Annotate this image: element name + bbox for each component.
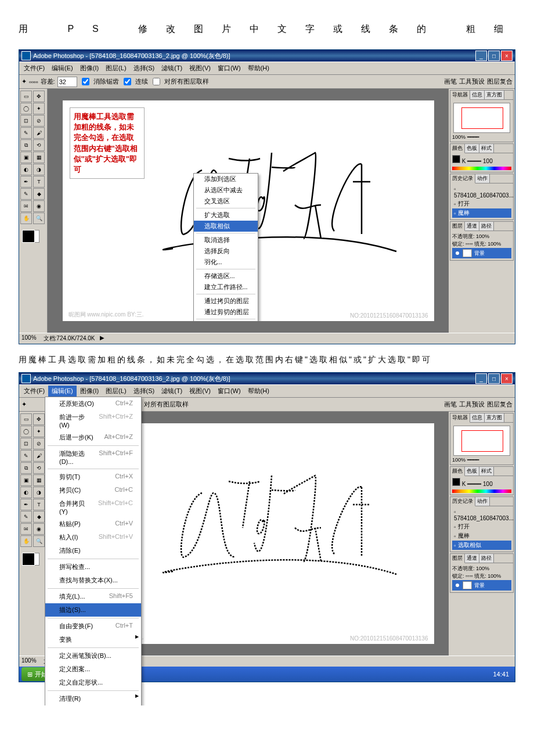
ctx-通过拷贝的图层[interactable]: 通过拷贝的图层 [194, 296, 258, 307]
zoom-level[interactable]: 100% [21, 334, 37, 343]
tab-色板[interactable]: 色板 [465, 467, 479, 476]
edit-menu-自由变换(F)[interactable]: 自由变换(F)Ctrl+T [45, 620, 141, 633]
menu-选择S[interactable]: 选择(S) [130, 386, 158, 397]
history-brush-tool[interactable]: ⟲ [33, 139, 45, 151]
tab-动作[interactable]: 动作 [475, 174, 490, 183]
maximize-button[interactable]: □ [488, 51, 500, 61]
tab-颜色[interactable]: 颜色 [450, 144, 465, 153]
tolerance-input[interactable] [57, 77, 77, 87]
maximize-button[interactable]: □ [488, 373, 500, 384]
menu-图层L[interactable]: 图层(L) [102, 63, 129, 74]
zoom-tool[interactable]: 🔍 [33, 213, 45, 224]
edit-menu-渐隐矩选(D)...[interactable]: 渐隐矩选(D)...Shift+Ctrl+F [45, 447, 141, 467]
menu-图像I[interactable]: 图像(I) [77, 63, 102, 74]
edit-menu-还原矩选(O)[interactable]: 还原矩选(O)Ctrl+Z [45, 397, 141, 411]
lasso-tool[interactable]: ◯ [20, 103, 32, 114]
stamp-tool[interactable]: ⧉ [20, 139, 32, 151]
options-right-2[interactable]: 工具预设 [459, 400, 485, 409]
tab-信息[interactable]: 信息 [470, 413, 485, 422]
ctx-添加到选区[interactable]: 添加到选区 [194, 174, 258, 185]
move-tool[interactable]: ✥ [33, 91, 45, 102]
tab-动作[interactable]: 动作 [475, 497, 490, 506]
ctx-选取相似[interactable]: 选取相似 [194, 221, 258, 232]
wand-tool[interactable]: ✦ [33, 426, 45, 437]
lasso-tool[interactable]: ◯ [20, 426, 32, 437]
canvas[interactable]: 用魔棒工具选取需加粗的线条，如未完全勾选，在选取范围内右键"选取相似"或"扩大选… [63, 100, 434, 321]
zoom-tool[interactable]: 🔍 [33, 535, 45, 547]
tab-色板[interactable]: 色板 [465, 144, 479, 153]
contiguous-checkbox[interactable] [124, 78, 131, 85]
menu-滤镜T[interactable]: 滤镜(T) [158, 386, 186, 397]
gradient-tool[interactable]: ▦ [33, 474, 45, 486]
menu-编辑E[interactable]: 编辑(E) [48, 386, 77, 397]
color-swatch[interactable] [20, 228, 41, 244]
rect-marquee-tool[interactable]: ▭ [20, 413, 32, 425]
edit-menu-剪切(T)[interactable]: 剪切(T)Ctrl+X [45, 470, 141, 484]
menu-图层L[interactable]: 图层(L) [102, 386, 129, 397]
path-tool[interactable]: ✒ [20, 499, 32, 510]
tab-历史记录[interactable]: 历史记录 [450, 174, 475, 183]
ctx-羽化...[interactable]: 羽化... [194, 257, 258, 268]
options-right-3[interactable]: 图层复合 [487, 77, 513, 86]
pen-tool[interactable]: ✎ [20, 188, 32, 200]
notes-tool[interactable]: ✉ [20, 523, 32, 535]
menu-编辑E[interactable]: 编辑(E) [48, 63, 77, 74]
type-tool[interactable]: T [33, 176, 45, 188]
zoom-level[interactable]: 100% [21, 657, 37, 665]
heal-tool[interactable]: ✎ [20, 450, 32, 462]
history-魔棒[interactable]: ▫魔棒 [452, 531, 511, 541]
tab-直方图[interactable]: 直方图 [485, 413, 504, 422]
menu-窗口W[interactable]: 窗口(W) [214, 63, 244, 74]
edit-menu-粘贴(P)[interactable]: 粘贴(P)Ctrl+V [45, 517, 141, 531]
shape-tool[interactable]: ◆ [33, 188, 45, 200]
hand-tool[interactable]: ✋ [20, 535, 32, 547]
edit-menu-清除(E)[interactable]: 清除(E) [45, 544, 141, 557]
ctx-从选区中减去[interactable]: 从选区中减去 [194, 185, 258, 196]
eyedropper-tool[interactable]: ◉ [33, 523, 45, 535]
notes-tool[interactable]: ✉ [20, 200, 32, 212]
ctx-交叉选区[interactable]: 交叉选区 [194, 196, 258, 207]
close-button[interactable]: × [501, 373, 513, 384]
ctx-取消选择[interactable]: 取消选择 [194, 235, 258, 246]
menu-视图V[interactable]: 视图(V) [186, 63, 214, 74]
type-tool[interactable]: T [33, 499, 45, 510]
crop-tool[interactable]: ⊡ [20, 115, 32, 127]
brush-tool[interactable]: 🖌 [33, 127, 45, 139]
rect-marquee-tool[interactable]: ▭ [20, 91, 32, 102]
all-layers-checkbox[interactable] [153, 78, 160, 85]
heal-tool[interactable]: ✎ [20, 127, 32, 139]
slice-tool[interactable]: ⊘ [33, 115, 45, 127]
history-打开[interactable]: ▫打开 [452, 199, 511, 208]
tab-通道[interactable]: 通道 [465, 554, 479, 563]
menu-滤镜T[interactable]: 滤镜(T) [158, 63, 186, 74]
ctx-建立工作路径...[interactable]: 建立工作路径... [194, 282, 258, 293]
wand-tool[interactable]: ✦ [33, 103, 45, 114]
menu-视图V[interactable]: 视图(V) [186, 386, 214, 397]
tab-通道[interactable]: 通道 [465, 222, 479, 231]
tab-历史记录[interactable]: 历史记录 [450, 497, 475, 506]
options-right-1[interactable]: 画笔 [444, 77, 457, 86]
edit-menu-定义画笔预设(B)...[interactable]: 定义画笔预设(B)... [45, 649, 141, 663]
history-brush-tool[interactable]: ⟲ [33, 462, 45, 474]
hand-tool[interactable]: ✋ [20, 213, 32, 224]
layer-background[interactable]: 背景 [452, 580, 511, 591]
tab-颜色[interactable]: 颜色 [450, 467, 465, 476]
blur-tool[interactable]: ◐ [20, 487, 32, 498]
menu-窗口W[interactable]: 窗口(W) [214, 386, 244, 397]
edit-menu-清理(R)[interactable]: 清理(R) [45, 692, 141, 705]
tab-直方图[interactable]: 直方图 [485, 91, 504, 99]
menu-图像I[interactable]: 图像(I) [77, 386, 102, 397]
tab-导航器[interactable]: 导航器 [450, 413, 470, 423]
path-tool[interactable]: ✒ [20, 176, 32, 188]
tab-样式[interactable]: 样式 [479, 144, 494, 153]
tab-图层[interactable]: 图层 [450, 554, 465, 563]
tab-信息[interactable]: 信息 [470, 91, 485, 99]
edit-menu-填充(L)...[interactable]: 填充(L)...Shift+F5 [45, 590, 141, 603]
antialias-checkbox[interactable] [82, 78, 89, 85]
ctx-通过剪切的图层[interactable]: 通过剪切的图层 [194, 307, 258, 318]
slice-tool[interactable]: ⊘ [33, 438, 45, 449]
gradient-tool[interactable]: ▦ [33, 152, 45, 163]
crop-tool[interactable]: ⊡ [20, 438, 32, 449]
dodge-tool[interactable]: ◑ [33, 164, 45, 175]
minimize-button[interactable]: _ [475, 373, 487, 384]
